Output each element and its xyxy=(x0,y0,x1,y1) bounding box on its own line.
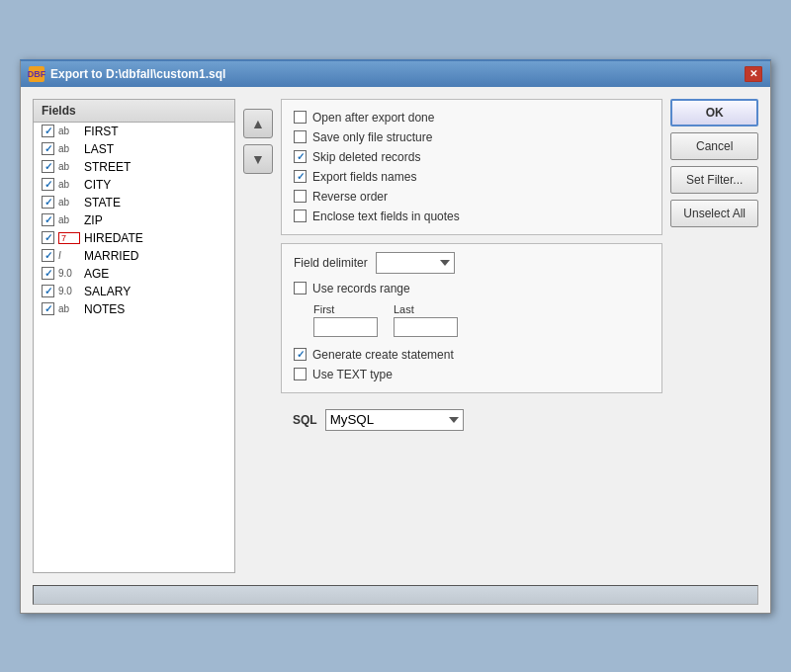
field-type-label: 7 xyxy=(58,232,80,244)
reverse-order-checkbox[interactable] xyxy=(294,190,307,203)
field-checkbox[interactable] xyxy=(42,160,54,173)
field-name-label: NOTES xyxy=(84,302,125,316)
first-input[interactable] xyxy=(313,317,378,337)
window-title: Export to D:\dbfall\custom1.sql xyxy=(50,67,225,81)
delimiter-label: Field delimiter xyxy=(294,256,368,270)
field-name-label: AGE xyxy=(84,267,109,281)
export-fields-label: Export fields names xyxy=(312,170,416,184)
field-item: IMARRIED xyxy=(34,247,234,265)
field-checkbox[interactable] xyxy=(42,213,54,226)
sql-row: SQL MySQL PostgreSQL SQLite MS SQL Oracl… xyxy=(281,401,662,439)
field-checkbox[interactable] xyxy=(42,142,54,155)
enclose-text-row: Enclose text fields in quotes xyxy=(294,207,650,226)
field-type-label: ab xyxy=(58,303,80,314)
field-type-label: ab xyxy=(58,126,80,136)
cancel-button[interactable]: Cancel xyxy=(670,132,758,160)
field-checkbox[interactable] xyxy=(42,231,54,244)
generate-create-checkbox[interactable] xyxy=(294,348,307,361)
use-records-range-label: Use records range xyxy=(312,282,410,295)
arrow-buttons: ▲ ▼ xyxy=(243,99,273,573)
field-name-label: CITY xyxy=(84,178,111,192)
create-rows: Generate create statement Use TEXT type xyxy=(294,345,650,384)
field-delimiter-panel: Field delimiter , ; Tab | Use records ra… xyxy=(281,243,662,393)
status-bar xyxy=(33,585,758,605)
fields-list: abFIRSTabLASTabSTREETabCITYabSTATEabZIP7… xyxy=(34,123,234,318)
move-up-button[interactable]: ▲ xyxy=(243,109,273,138)
sql-select[interactable]: MySQL PostgreSQL SQLite MS SQL Oracle xyxy=(325,409,464,431)
right-section: Open after export done Save only file st… xyxy=(281,99,662,573)
field-name-label: ZIP xyxy=(84,213,103,227)
export-fields-checkbox[interactable] xyxy=(294,170,307,183)
close-button[interactable]: ✕ xyxy=(745,66,762,82)
last-group: Last xyxy=(394,303,458,337)
save-only-structure-row: Save only file structure xyxy=(294,127,650,147)
field-type-label: 9.0 xyxy=(58,286,80,296)
ok-button[interactable]: OK xyxy=(670,99,758,126)
field-name-label: STATE xyxy=(84,196,121,210)
skip-deleted-checkbox[interactable] xyxy=(294,150,307,163)
field-item: 9.0AGE xyxy=(34,265,234,283)
fields-header: Fields xyxy=(34,100,234,123)
field-name-label: SALARY xyxy=(84,285,131,298)
field-checkbox[interactable] xyxy=(42,267,54,280)
app-icon: DBF xyxy=(29,66,44,82)
first-label: First xyxy=(313,303,378,315)
field-item: abSTATE xyxy=(34,194,234,211)
field-type-label: ab xyxy=(58,179,80,190)
field-name-label: LAST xyxy=(84,142,114,156)
set-filter-button[interactable]: Set Filter... xyxy=(670,166,758,194)
last-input[interactable] xyxy=(394,317,458,337)
field-item: 7HIREDATE xyxy=(34,229,234,247)
use-text-type-checkbox[interactable] xyxy=(294,368,307,380)
field-checkbox[interactable] xyxy=(42,249,54,262)
delimiter-select[interactable]: , ; Tab | xyxy=(376,252,455,274)
use-records-range-row: Use records range xyxy=(294,282,650,295)
open-after-export-row: Open after export done xyxy=(294,108,650,127)
open-after-export-checkbox[interactable] xyxy=(294,111,307,124)
buttons-panel: OK Cancel Set Filter... Unselect All xyxy=(670,99,758,573)
field-type-label: ab xyxy=(58,143,80,154)
last-label: Last xyxy=(394,303,458,315)
skip-deleted-row: Skip deleted records xyxy=(294,147,650,167)
field-type-label: ab xyxy=(58,161,80,172)
reverse-order-label: Reverse order xyxy=(312,190,388,204)
field-type-label: 9.0 xyxy=(58,268,80,279)
field-item: abFIRST xyxy=(34,123,234,140)
save-only-structure-label: Save only file structure xyxy=(312,130,432,144)
field-item: abSTREET xyxy=(34,158,234,176)
enclose-text-checkbox[interactable] xyxy=(294,210,307,222)
field-item: abZIP xyxy=(34,211,234,229)
generate-create-row: Generate create statement xyxy=(294,345,650,365)
options-panel: Open after export done Save only file st… xyxy=(281,99,662,235)
first-group: First xyxy=(313,303,378,337)
reverse-order-row: Reverse order xyxy=(294,187,650,207)
fields-panel: Fields abFIRSTabLASTabSTREETabCITYabSTAT… xyxy=(33,99,235,573)
field-checkbox[interactable] xyxy=(42,302,54,315)
field-item: abNOTES xyxy=(34,300,234,318)
enclose-text-label: Enclose text fields in quotes xyxy=(312,210,460,223)
unselect-all-button[interactable]: Unselect All xyxy=(670,200,758,227)
title-bar: DBF Export to D:\dbfall\custom1.sql ✕ xyxy=(21,61,770,87)
field-name-label: STREET xyxy=(84,160,131,174)
use-text-label: Use TEXT type xyxy=(312,368,393,381)
open-after-export-label: Open after export done xyxy=(312,111,434,125)
generate-create-label: Generate create statement xyxy=(312,348,454,362)
field-checkbox[interactable] xyxy=(42,178,54,191)
move-down-button[interactable]: ▼ xyxy=(243,144,273,174)
field-checkbox[interactable] xyxy=(42,196,54,209)
main-content: Fields abFIRSTabLASTabSTREETabCITYabSTAT… xyxy=(21,87,770,585)
first-last-row: First Last xyxy=(294,303,650,337)
skip-deleted-label: Skip deleted records xyxy=(312,150,420,164)
field-name-label: FIRST xyxy=(84,125,119,138)
field-type-label: ab xyxy=(58,214,80,225)
field-item: abLAST xyxy=(34,140,234,158)
export-fields-row: Export fields names xyxy=(294,167,650,187)
use-records-range-checkbox[interactable] xyxy=(294,282,307,294)
sql-label: SQL xyxy=(293,413,317,427)
field-item: abCITY xyxy=(34,176,234,194)
field-checkbox[interactable] xyxy=(42,285,54,297)
delimiter-row: Field delimiter , ; Tab | xyxy=(294,252,650,274)
field-checkbox[interactable] xyxy=(42,125,54,137)
save-only-structure-checkbox[interactable] xyxy=(294,130,307,143)
field-type-label: ab xyxy=(58,197,80,208)
